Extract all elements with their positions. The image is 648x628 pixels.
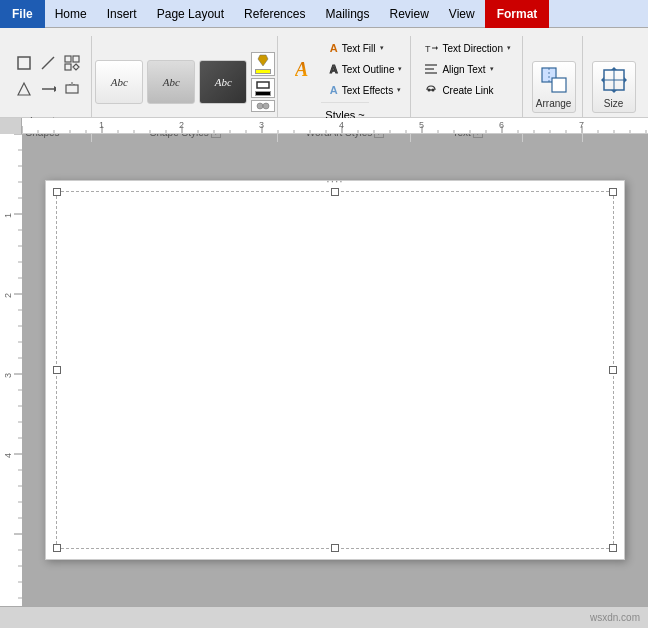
align-text-btn[interactable]: Align Text ▾: [420, 59, 497, 79]
size-icon: [600, 66, 628, 94]
handle-middle-right[interactable]: [609, 366, 617, 374]
handle-top-middle[interactable]: [331, 188, 339, 196]
svg-text:5: 5: [419, 120, 424, 130]
svg-marker-29: [601, 77, 604, 83]
wordart-text-options: A Text Fill ▾ A Text Outline ▾ A Text Ef…: [326, 38, 407, 100]
handle-bottom-right[interactable]: [609, 544, 617, 552]
shape-icon-line[interactable]: [37, 52, 59, 74]
text-outline-btn[interactable]: A Text Outline ▾: [326, 59, 407, 79]
ruler-h-track: 1 2 3 4 5: [22, 118, 648, 134]
svg-marker-17: [436, 46, 438, 50]
svg-rect-0: [18, 57, 30, 69]
align-text-arrow: ▾: [490, 65, 494, 73]
svg-line-1: [42, 57, 54, 69]
svg-rect-8: [66, 85, 78, 93]
svg-marker-32: [611, 90, 617, 93]
text-fill-icon: A: [330, 42, 338, 54]
shape-effects-btn[interactable]: [251, 100, 275, 112]
create-link-icon: [424, 83, 438, 97]
shape-icon-more[interactable]: [61, 52, 83, 74]
text-direction-arrow: ▾: [507, 44, 511, 52]
svg-text:2: 2: [179, 120, 184, 130]
shape-icon-square[interactable]: [13, 52, 35, 74]
svg-marker-31: [611, 67, 617, 70]
ruler-corner: [0, 118, 22, 134]
svg-rect-24: [552, 78, 566, 92]
svg-point-22: [432, 89, 435, 92]
menu-file[interactable]: File: [0, 0, 45, 28]
insert-shapes-area: [13, 52, 83, 100]
svg-text:6: 6: [499, 120, 504, 130]
shape-style-btn-1[interactable]: Abc: [95, 60, 143, 104]
text-outline-arrow: ▾: [398, 65, 402, 73]
status-bar: wsxdn.com: [0, 606, 648, 628]
text-outline-icon: A: [330, 63, 338, 75]
svg-marker-30: [624, 77, 627, 83]
text-content: T Text Direction ▾ Align Text ▾: [420, 38, 515, 125]
text-fill-arrow: ▾: [380, 44, 384, 52]
size-btn[interactable]: Size: [592, 61, 636, 113]
align-text-icon: [424, 62, 438, 76]
menu-references[interactable]: References: [234, 0, 315, 28]
text-direction-btn[interactable]: T Text Direction ▾: [420, 38, 515, 58]
text-direction-icon: T: [424, 41, 438, 55]
handle-top-left[interactable]: [53, 188, 61, 196]
svg-text:1: 1: [3, 213, 13, 218]
svg-text:4: 4: [3, 453, 13, 458]
ruler-horizontal: 1 2 3 4 5: [0, 118, 648, 134]
arrange-icon: [540, 66, 568, 94]
handle-bottom-middle[interactable]: [331, 544, 339, 552]
svg-rect-4: [65, 64, 71, 70]
svg-point-21: [428, 89, 431, 92]
arrange-btn[interactable]: Arrange: [532, 61, 576, 113]
text-fill-btn[interactable]: A Text Fill ▾: [326, 38, 407, 58]
svg-text:3: 3: [259, 120, 264, 130]
text-effects-arrow: ▾: [397, 86, 401, 94]
shape-style-btn-2[interactable]: Abc: [147, 60, 195, 104]
ribbon: Insert Shapes ▾ Abc Abc Abc: [0, 28, 648, 118]
shape-styles-content: Abc Abc Abc: [95, 38, 275, 125]
shape-icon-textbox[interactable]: [61, 78, 83, 100]
document-page: ····: [45, 180, 625, 560]
create-link-btn[interactable]: Create Link: [420, 80, 497, 100]
svg-text:3: 3: [3, 373, 13, 378]
menu-mailings[interactable]: Mailings: [315, 0, 379, 28]
handle-bottom-left[interactable]: [53, 544, 61, 552]
svg-point-13: [257, 103, 263, 109]
shape-icon-edit[interactable]: [13, 78, 35, 100]
wordart-styles-content: A A Text Fill ▾ A Text Outline ▾: [284, 38, 407, 125]
ruler-h-svg: 1 2 3 4 5: [22, 118, 648, 134]
move-handle[interactable]: ····: [326, 174, 343, 188]
menu-insert[interactable]: Insert: [97, 0, 147, 28]
ruler-v-svg: 1 2 3 4: [0, 134, 22, 606]
svg-text:7: 7: [579, 120, 584, 130]
text-effects-btn[interactable]: A Text Effects ▾: [326, 80, 407, 100]
shape-style-btn-3[interactable]: Abc: [199, 60, 247, 104]
shape-outline-btn[interactable]: [251, 78, 275, 98]
shape-fill-btn[interactable]: [251, 52, 275, 76]
ruler-vertical: 1 2 3 4: [0, 134, 22, 606]
shape-styles-controls: [251, 52, 275, 112]
svg-text:4: 4: [339, 120, 344, 130]
menu-bar: File Home Insert Page Layout References …: [0, 0, 648, 28]
menu-format[interactable]: Format: [485, 0, 550, 28]
menu-review[interactable]: Review: [379, 0, 438, 28]
wordart-top-row: A A Text Fill ▾ A Text Outline ▾: [284, 38, 407, 100]
svg-rect-12: [257, 82, 269, 88]
document-area: ····: [22, 134, 648, 606]
svg-rect-2: [65, 56, 71, 62]
svg-text:2: 2: [3, 293, 13, 298]
svg-text:1: 1: [99, 120, 104, 130]
svg-marker-7: [54, 86, 56, 92]
insert-shapes-content: [13, 38, 83, 114]
handle-middle-left[interactable]: [53, 366, 61, 374]
svg-rect-81: [0, 134, 22, 606]
menu-page-layout[interactable]: Page Layout: [147, 0, 234, 28]
menu-home[interactable]: Home: [45, 0, 97, 28]
menu-view[interactable]: View: [439, 0, 485, 28]
text-box[interactable]: ····: [56, 191, 614, 549]
main-content: 1 2 3 4: [0, 134, 648, 606]
handle-top-right[interactable]: [609, 188, 617, 196]
shape-icon-arrow[interactable]: [37, 78, 59, 100]
svg-point-14: [263, 103, 269, 109]
